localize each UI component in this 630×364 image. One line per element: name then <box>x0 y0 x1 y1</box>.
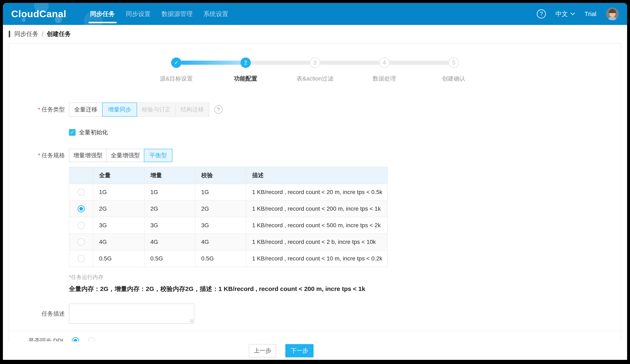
step-connector-1 <box>182 61 240 65</box>
step-number: 2 <box>244 59 247 66</box>
cell-desc: 1 KB/record , record count < 10 m, incre… <box>246 250 388 267</box>
spec-tab-full-enhanced[interactable]: 全量增强型 <box>106 149 144 162</box>
question-mark-glyph: ? <box>540 11 543 17</box>
task-spec-label: *任务规格 <box>9 149 65 162</box>
cloudcanal-logo[interactable]: CloudCanal <box>11 8 66 19</box>
spec-radio-2g[interactable] <box>78 205 85 212</box>
help-icon[interactable]: ? <box>537 9 546 18</box>
page-title: 创建任务 <box>47 30 71 38</box>
next-step-button[interactable]: 下一步 <box>285 344 314 357</box>
user-avatar[interactable] <box>606 7 619 20</box>
task-type-help-icon[interactable]: ? <box>214 105 222 114</box>
cell-incre: 0.5G <box>144 250 195 267</box>
spec-row-4g[interactable]: 4G 4G 4G 1 KB/record , record count < 2 … <box>69 234 388 250</box>
prev-step-button[interactable]: 上一步 <box>249 344 276 357</box>
col-header-desc: 描述 <box>246 167 388 184</box>
nav-item-sync-settings[interactable]: 同步设置 <box>120 3 156 25</box>
step-1-label: 源&目标设置 <box>160 75 193 83</box>
spec-tab-incre-enhanced[interactable]: 增量增强型 <box>69 149 107 162</box>
task-type-structure-migration[interactable]: 结构迁移 <box>175 102 209 117</box>
check-icon: ✓ <box>70 130 74 135</box>
stepper: ✓ 2 3 4 5 源&目标设置 <box>171 57 459 83</box>
task-spec-group: 增量增强型 全量增强型 平衡型 <box>69 149 172 162</box>
spec-row-3g[interactable]: 3G 3G 3G 1 KB/record , record count < 50… <box>69 217 388 234</box>
cell-check: 4G <box>195 234 246 250</box>
nav-item-label: 同步任务 <box>90 10 115 18</box>
spec-tab-balanced[interactable]: 平衡型 <box>144 149 172 162</box>
task-type-label: *任务类型 <box>9 102 65 117</box>
plan-badge: Trial <box>584 10 596 17</box>
cell-incre: 3G <box>144 217 195 234</box>
language-selector[interactable]: 中文 <box>556 10 575 18</box>
step-number: 4 <box>383 59 386 66</box>
step-4-circle: 4 <box>379 57 390 68</box>
task-desc-wrap <box>69 304 194 325</box>
nav-item-system-settings[interactable]: 系统设置 <box>198 3 234 25</box>
step-2-circle: 2 <box>240 57 251 68</box>
task-desc-row: 任务描述 <box>9 304 194 325</box>
breadcrumb-parent[interactable]: 同步任务 <box>14 30 38 38</box>
task-type-incremental-sync[interactable]: 增量同步 <box>102 102 137 117</box>
label-text: 任务类型 <box>42 106 65 113</box>
step-1-circle: ✓ <box>171 57 182 68</box>
breadcrumb: 同步任务 / 创建任务 <box>9 25 71 43</box>
spec-row-05g[interactable]: 0.5G 0.5G 0.5G 1 KB/record , record coun… <box>69 250 388 267</box>
spec-table: 全量 增量 校验 描述 1G 1G 1G 1 KB/record , recor… <box>69 167 388 267</box>
spec-radio-3g[interactable] <box>78 222 85 229</box>
breadcrumb-separator: / <box>42 31 44 37</box>
stepper-labels: 源&目标设置 功能配置 表&action过滤 数据处理 创建确认 <box>171 75 459 83</box>
nav-item-sync-tasks[interactable]: 同步任务 <box>85 3 120 25</box>
task-memory-note: *任务运行内存 <box>69 274 104 281</box>
app-window: CloudCanal 同步任务 同步设置 数据源管理 系统设置 ? 中文 <box>3 3 627 360</box>
spec-row-1g[interactable]: 1G 1G 1G 1 KB/record , record count < 20… <box>69 184 388 200</box>
task-type-full-migration[interactable]: 全量迁移 <box>69 102 102 117</box>
cell-full: 2G <box>93 200 144 217</box>
step-3-label: 表&action过滤 <box>296 75 333 83</box>
cell-desc: 1 KB/record , record count < 20 m, incre… <box>246 184 388 200</box>
step-2-label: 功能配置 <box>234 75 257 83</box>
step-connector-3 <box>320 61 379 65</box>
cell-full: 4G <box>93 234 144 250</box>
spec-radio-1g[interactable] <box>78 189 85 196</box>
nav-item-datasource-mgmt[interactable]: 数据源管理 <box>156 3 198 25</box>
cell-incre: 2G <box>144 200 195 217</box>
cell-desc: 1 KB/record , record count < 2 b, incre … <box>246 234 388 250</box>
full-init-checkbox[interactable]: ✓ <box>69 129 76 136</box>
active-tab-underline <box>88 22 117 23</box>
task-desc-input[interactable] <box>69 304 194 324</box>
step-5-label: 创建确认 <box>442 75 465 83</box>
language-label: 中文 <box>556 10 568 18</box>
col-header-check: 校验 <box>195 167 246 184</box>
cell-incre: 4G <box>144 234 195 250</box>
cell-check: 2G <box>195 200 246 217</box>
step-5-circle: 5 <box>448 57 459 68</box>
cell-full: 0.5G <box>93 250 144 267</box>
col-header-incre: 增量 <box>144 167 195 184</box>
task-memory-summary: 全量内存：2G，增量内存：2G，校验内存2G，描述：1 KB/record , … <box>69 285 365 293</box>
spec-table-header-row: 全量 增量 校验 描述 <box>69 167 388 184</box>
step-3-circle: 3 <box>310 57 320 68</box>
task-spec-row: *任务规格 增量增强型 全量增强型 平衡型 <box>9 149 172 162</box>
task-desc-label: 任务描述 <box>9 304 65 325</box>
task-type-verify-correct[interactable]: 校验与订正 <box>137 102 176 117</box>
radio-column-header <box>69 167 93 184</box>
cell-incre: 1G <box>144 184 195 200</box>
step-number: 3 <box>313 59 316 66</box>
spec-radio-05g[interactable] <box>78 255 85 262</box>
cell-desc: 1 KB/record , record count < 500 m, incr… <box>246 217 388 234</box>
wizard-footer: 上一步 下一步 <box>3 341 627 360</box>
question-mark-glyph: ? <box>217 107 220 112</box>
full-init-checkbox-row[interactable]: ✓ 全量初始化 <box>69 128 108 136</box>
cell-full: 1G <box>93 184 144 200</box>
cell-check: 0.5G <box>195 250 246 267</box>
navbar-right: ? 中文 Trial <box>537 7 619 20</box>
spec-row-2g[interactable]: 2G 2G 2G 1 KB/record , record count < 20… <box>69 200 388 217</box>
avatar-hair <box>609 9 616 13</box>
required-asterisk: * <box>38 106 40 113</box>
chevron-down-icon <box>570 12 575 15</box>
nav-item-label: 同步设置 <box>126 10 151 18</box>
wizard-card: ✓ 2 3 4 5 源&目标设置 <box>9 43 621 360</box>
cell-desc: 1 KB/record , record count < 200 m, incr… <box>246 200 388 217</box>
spec-radio-4g[interactable] <box>78 238 85 246</box>
breadcrumb-accent-bar <box>9 31 10 37</box>
